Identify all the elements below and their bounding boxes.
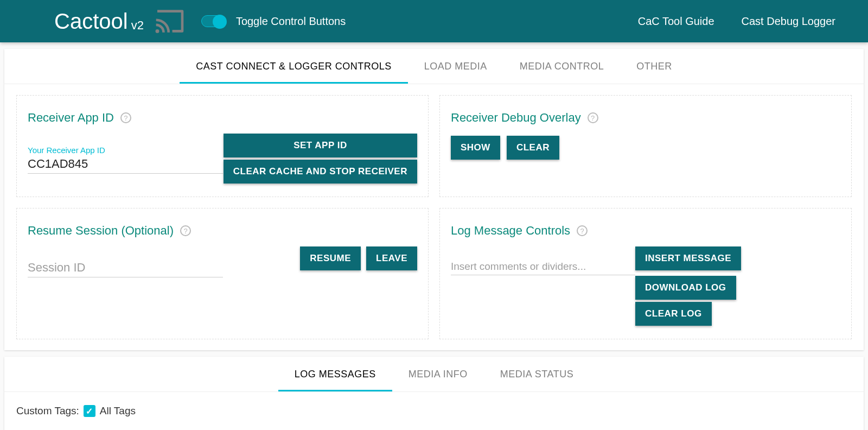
clear-log-button[interactable]: CLEAR LOG [635,302,712,326]
tab-other[interactable]: OTHER [620,49,688,84]
custom-tags-row: Custom Tags: ✓ All Tags [4,392,864,430]
tab-log-messages[interactable]: LOG MESSAGES [278,357,392,391]
tab-media-info[interactable]: MEDIA INFO [392,357,484,391]
toggle-control-buttons[interactable] [201,15,226,27]
insert-message-button[interactable]: INSERT MESSAGE [635,246,741,270]
show-overlay-button[interactable]: SHOW [451,136,500,160]
tab-load-media[interactable]: LOAD MEDIA [408,49,503,84]
app-header: Cactool v2 Toggle Control Buttons CaC To… [0,0,868,42]
app-logo: Cactool [54,9,128,34]
link-cast-debug-logger[interactable]: Cast Debug Logger [742,15,835,28]
download-log-button[interactable]: DOWNLOAD LOG [635,276,736,300]
card-title: Receiver Debug Overlay [451,111,581,125]
cast-icon[interactable] [155,9,185,34]
card-log-controls: Log Message Controls ? INSERT MESSAGE DO… [439,208,852,339]
session-id-input[interactable] [28,258,223,277]
card-title: Log Message Controls [451,224,570,238]
link-cac-tool-guide[interactable]: CaC Tool Guide [638,15,714,28]
field-label-receiver-app-id: Your Receiver App ID [28,146,224,155]
tab-media-status[interactable]: MEDIA STATUS [484,357,590,391]
clear-cache-button[interactable]: CLEAR CACHE AND STOP RECEIVER [224,160,417,184]
all-tags-checkbox[interactable]: ✓ [84,405,95,417]
help-icon[interactable]: ? [120,112,131,123]
log-panel: LOG MESSAGES MEDIA INFO MEDIA STATUS Cus… [4,357,864,430]
custom-tags-label: Custom Tags: [16,405,79,417]
controls-panel: CAST CONNECT & LOGGER CONTROLS LOAD MEDI… [4,49,864,350]
card-debug-overlay: Receiver Debug Overlay ? SHOW CLEAR [439,95,852,197]
tab-cast-connect[interactable]: CAST CONNECT & LOGGER CONTROLS [180,49,407,84]
log-tabs: LOG MESSAGES MEDIA INFO MEDIA STATUS [4,357,864,392]
svg-point-0 [155,29,159,33]
card-title: Resume Session (Optional) [28,224,174,238]
resume-button[interactable]: RESUME [300,246,361,270]
card-receiver-app-id: Receiver App ID ? Your Receiver App ID S… [16,95,429,197]
help-icon[interactable]: ? [180,225,191,236]
set-app-id-button[interactable]: SET APP ID [224,134,417,157]
help-icon[interactable]: ? [577,225,588,236]
card-title: Receiver App ID [28,111,114,125]
card-resume-session: Resume Session (Optional) ? RESUME LEAVE [16,208,429,339]
log-message-input[interactable] [451,258,635,275]
clear-overlay-button[interactable]: CLEAR [507,136,559,160]
leave-button[interactable]: LEAVE [366,246,417,270]
help-icon[interactable]: ? [588,112,598,123]
main-tabs: CAST CONNECT & LOGGER CONTROLS LOAD MEDI… [4,49,864,84]
toggle-label: Toggle Control Buttons [236,15,346,28]
all-tags-label: All Tags [100,405,136,417]
tab-media-control[interactable]: MEDIA CONTROL [503,49,621,84]
receiver-app-id-input[interactable] [28,155,223,174]
app-logo-version: v2 [131,18,144,33]
